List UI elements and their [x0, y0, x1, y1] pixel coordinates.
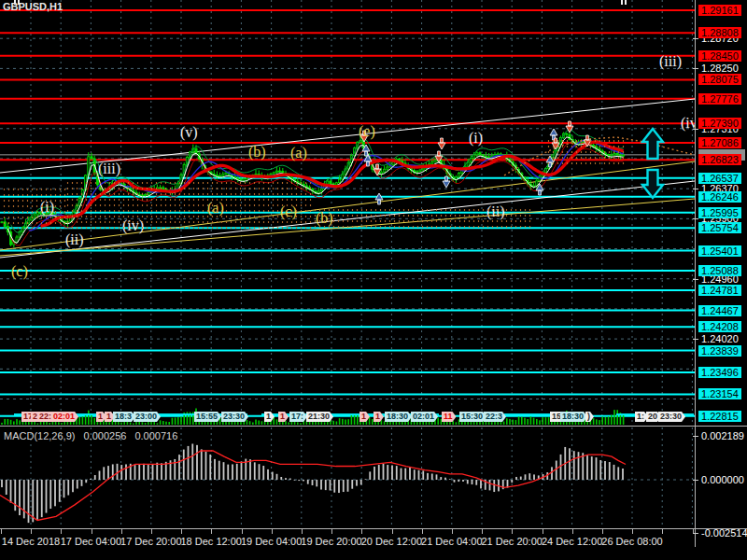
blue-up-signal-arrow-icon[interactable]: [375, 193, 383, 204]
time-axis-label[interactable]: 26 Dec 08:00: [601, 536, 662, 547]
time-axis-label[interactable]: 24 Dec 12:00: [542, 536, 602, 547]
elliott-wave-label[interactable]: (b): [248, 144, 266, 161]
time-tick: [92, 529, 92, 534]
volume-bar: [456, 422, 458, 425]
volume-bar: [362, 412, 364, 425]
support-price-label: 1.25754: [698, 222, 741, 233]
macd-histogram-bar: [480, 480, 482, 488]
macd-histogram-bar: [320, 480, 322, 490]
elliott-wave-label[interactable]: (b): [316, 210, 333, 227]
price-chart-panel[interactable]: GBPUSD,H1 (iii)(i)(iv)(ii)(c)(v)(b)(a)(a…: [0, 0, 695, 426]
time-axis-label[interactable]: 21 Dec 20:00: [481, 536, 542, 547]
support-price-label: 1.24781: [698, 285, 741, 296]
volume-bar: [521, 417, 523, 425]
macd-histogram-bar: [227, 465, 229, 480]
candlestick: [419, 170, 421, 172]
volume-bar: [49, 423, 50, 425]
macd-histogram-bar: [81, 480, 83, 486]
macd-histogram-bar: [578, 452, 580, 480]
time-axis-label[interactable]: 19 Dec 04:00: [241, 536, 302, 547]
volume-bar: [19, 420, 21, 425]
time-axis-label[interactable]: 14 Dec 2018: [2, 536, 60, 547]
price-scale-axis[interactable]: 1.287201.282501.273101.263701.259001.249…: [696, 0, 747, 560]
volume-bar: [569, 414, 571, 426]
elliott-wave-label[interactable]: (e): [359, 123, 375, 140]
volume-bar: [10, 420, 12, 425]
elliott-wave-label[interactable]: (ii): [486, 203, 505, 220]
time-axis-label[interactable]: 21 Dec 04:00: [421, 536, 482, 547]
elliott-wave-label[interactable]: (a): [207, 200, 224, 217]
macd-histogram-bar: [152, 464, 154, 480]
candlestick: [273, 173, 275, 175]
macd-histogram-bar: [596, 457, 598, 480]
volume-bar: [255, 420, 257, 426]
elliott-wave-label[interactable]: (c): [11, 263, 28, 280]
volume-bar: [177, 417, 179, 425]
macd-histogram-bar: [143, 464, 145, 480]
time-axis-label[interactable]: 17 Dec 04:00: [61, 536, 121, 547]
time-axis-label[interactable]: 18 Dec 12:00: [180, 536, 241, 547]
volume-bar: [315, 419, 317, 425]
volume-bar: [162, 421, 164, 425]
volume-bar: [444, 421, 445, 425]
macd-histogram-bar: [196, 445, 198, 480]
elliott-wave-label[interactable]: (c): [280, 203, 297, 220]
volume-bar: [560, 413, 562, 425]
macd-histogram-bar: [191, 443, 193, 480]
macd-histogram-bar: [99, 470, 101, 480]
red-down-signal-arrow-icon[interactable]: [438, 138, 445, 149]
macd-main-value: 0.000256: [83, 430, 126, 441]
volume-bar: [557, 413, 558, 425]
candlestick-chart: (iii)(i)(iv)(ii)(c)(v)(b)(a)(a)(c)(b)(e)…: [0, 0, 695, 426]
volume-bar: [509, 419, 511, 425]
macd-histogram-bar: [262, 466, 264, 480]
macd-histogram-bar: [369, 471, 371, 480]
volume-bar: [497, 420, 499, 425]
elliott-wave-label[interactable]: (i): [469, 130, 483, 147]
macd-histogram-bar: [312, 480, 314, 485]
volume-bar: [73, 422, 75, 425]
big-down-arrow-icon[interactable]: [642, 170, 663, 198]
macd-histogram-bar: [599, 460, 601, 480]
volume-bar: [282, 420, 284, 425]
macd-scale-label: 0.002189: [698, 430, 747, 441]
volume-bar: [563, 413, 565, 425]
macd-histogram-bar: [436, 474, 438, 480]
elliott-wave-label[interactable]: (ii): [65, 231, 84, 248]
time-axis-label[interactable]: 20 Dec 12:00: [361, 536, 422, 547]
volume-bar: [488, 421, 490, 425]
volume-bar: [55, 421, 57, 425]
volume-bar: [63, 420, 65, 425]
volume-bar: [593, 418, 595, 425]
volume-bar: [486, 420, 487, 425]
time-axis-label[interactable]: 17 Dec 20:00: [120, 536, 181, 547]
candlestick: [34, 215, 35, 217]
macd-histogram-bar: [77, 480, 78, 489]
elliott-wave-label[interactable]: (v): [180, 124, 198, 141]
volume-bar: [601, 416, 603, 425]
candlestick: [160, 188, 162, 189]
candlestick: [476, 153, 478, 155]
elliott-wave-label[interactable]: (iii): [659, 53, 682, 70]
time-axis[interactable]: 14 Dec 201817 Dec 04:0017 Dec 20:0018 De…: [0, 528, 747, 557]
time-axis-label[interactable]: 19 Dec 20:00: [301, 536, 361, 547]
volume-bar: [168, 422, 170, 425]
volume-bar: [396, 421, 398, 425]
volume-bar: [46, 422, 48, 426]
volume-bar: [620, 413, 622, 425]
elliott-wave-label[interactable]: (iv): [122, 217, 144, 234]
elliott-wave-label[interactable]: (iii): [98, 161, 120, 177]
volume-bar: [112, 420, 114, 426]
elliott-wave-label[interactable]: (a): [290, 145, 307, 161]
volume-bar: [58, 422, 60, 425]
volume-bar: [127, 421, 129, 425]
time-tick: [572, 529, 573, 534]
volume-bar: [276, 419, 278, 425]
candlestick: [279, 171, 281, 172]
macd-histogram-bar: [401, 469, 402, 480]
elliott-wave-label[interactable]: (i): [40, 199, 54, 216]
macd-histogram-bar: [609, 462, 611, 480]
volume-bar: [366, 414, 368, 425]
macd-histogram-bar: [569, 448, 571, 480]
volume-bar: [43, 421, 45, 425]
